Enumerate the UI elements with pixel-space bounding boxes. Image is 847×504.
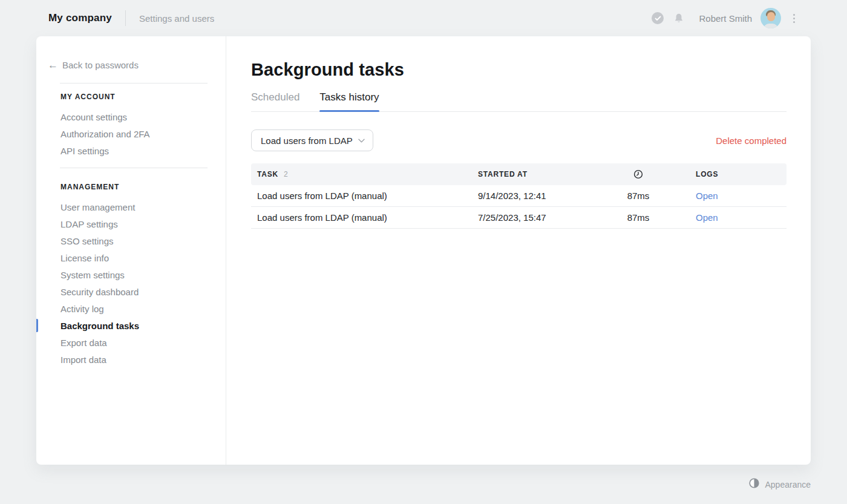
status-check-icon[interactable] <box>652 12 664 24</box>
active-indicator <box>36 319 38 332</box>
sidebar-item-label: Import data <box>60 355 106 365</box>
avatar-shirt <box>764 24 778 28</box>
settings-card: ← Back to passwords MY ACCOUNT Account s… <box>36 36 811 465</box>
task-duration: 87ms <box>611 212 666 223</box>
sidebar-item-label: Account settings <box>60 112 127 122</box>
avatar-face <box>767 12 775 21</box>
appearance-half-circle-icon <box>749 478 759 491</box>
user-avatar[interactable] <box>760 8 781 28</box>
task-started-at: 9/14/2023, 12:41 <box>478 191 611 201</box>
sidebar-item-security-dashboard[interactable]: Security dashboard <box>36 283 226 300</box>
table-row: Load users from LDAP (manual) 7/25/2023,… <box>251 207 786 229</box>
task-name: Load users from LDAP (manual) <box>251 212 478 223</box>
page-title: Background tasks <box>251 60 786 80</box>
sidebar-divider <box>60 83 208 83</box>
section-title-management: MANAGEMENT <box>60 183 226 191</box>
sidebar-item-user-management[interactable]: User management <box>36 198 226 215</box>
topbar-divider <box>125 10 126 26</box>
sidebar-item-label: API settings <box>60 146 109 156</box>
sidebar-item-activity-log[interactable]: Activity log <box>36 300 226 317</box>
topbar-subtitle: Settings and users <box>139 13 214 24</box>
sidebar-item-label: System settings <box>60 270 125 280</box>
task-duration: 87ms <box>611 191 666 201</box>
sidebar-item-label: SSO settings <box>60 236 114 246</box>
toolbar: Load users from LDAP Delete completed <box>251 129 786 151</box>
sidebar-item-label: Background tasks <box>60 321 139 331</box>
appearance-toggle[interactable]: Appearance <box>749 478 811 491</box>
main-content: Background tasks Scheduled Tasks history… <box>226 36 811 465</box>
back-to-passwords-link[interactable]: ← Back to passwords <box>36 59 226 71</box>
sidebar: ← Back to passwords MY ACCOUNT Account s… <box>36 36 226 465</box>
column-started-at: STARTED AT <box>478 170 611 178</box>
top-bar: My company Settings and users Robert Smi… <box>0 0 847 36</box>
sidebar-item-account-settings[interactable]: Account settings <box>36 108 226 125</box>
sidebar-item-label: User management <box>60 202 135 212</box>
section-title-my-account: MY ACCOUNT <box>60 93 226 101</box>
sidebar-item-system-settings[interactable]: System settings <box>36 266 226 283</box>
sidebar-item-import-data[interactable]: Import data <box>36 351 226 368</box>
sidebar-item-authorization-2fa[interactable]: Authorization and 2FA <box>36 125 226 142</box>
tabs-bar: Scheduled Tasks history <box>251 91 786 112</box>
task-filter-dropdown[interactable]: Load users from LDAP <box>251 129 373 151</box>
delete-completed-button[interactable]: Delete completed <box>716 136 786 146</box>
sidebar-item-background-tasks[interactable]: Background tasks <box>36 317 226 334</box>
sidebar-item-label: Export data <box>60 338 107 348</box>
open-logs-link[interactable]: Open <box>696 212 718 223</box>
user-name: Robert Smith <box>699 13 752 24</box>
clock-icon <box>633 169 643 178</box>
my-account-nav: Account settings Authorization and 2FA A… <box>36 108 226 159</box>
task-filter-value: Load users from LDAP <box>261 136 353 146</box>
sidebar-divider <box>60 168 208 168</box>
management-nav: User management LDAP settings SSO settin… <box>36 198 226 368</box>
sidebar-item-ldap-settings[interactable]: LDAP settings <box>36 215 226 232</box>
tab-tasks-history[interactable]: Tasks history <box>319 91 379 111</box>
column-duration <box>611 169 666 179</box>
sidebar-item-license-info[interactable]: License info <box>36 249 226 266</box>
task-started-at: 7/25/2023, 15:47 <box>478 212 611 223</box>
table-header-row: TASK 2 STARTED AT LOGS <box>251 163 786 185</box>
sidebar-item-api-settings[interactable]: API settings <box>36 142 226 159</box>
column-logs: LOGS <box>666 170 786 178</box>
brand-name: My company <box>48 12 112 24</box>
sidebar-item-label: License info <box>60 253 109 263</box>
sidebar-item-export-data[interactable]: Export data <box>36 334 226 351</box>
sidebar-item-label: LDAP settings <box>60 219 118 229</box>
task-count-badge: 2 <box>284 170 288 178</box>
appearance-label: Appearance <box>765 480 811 489</box>
task-name: Load users from LDAP (manual) <box>251 191 478 201</box>
sidebar-item-label: Authorization and 2FA <box>60 129 150 139</box>
bell-icon[interactable] <box>673 13 684 24</box>
kebab-menu-icon[interactable] <box>791 11 797 25</box>
table-row: Load users from LDAP (manual) 9/14/2023,… <box>251 185 786 207</box>
chevron-down-icon <box>358 139 365 143</box>
back-arrow-icon: ← <box>48 60 58 70</box>
sidebar-item-label: Security dashboard <box>60 287 139 297</box>
sidebar-item-label: Activity log <box>60 304 104 314</box>
tab-scheduled[interactable]: Scheduled <box>251 91 299 111</box>
sidebar-item-sso-settings[interactable]: SSO settings <box>36 232 226 249</box>
page-footer: Appearance <box>0 465 847 504</box>
column-task: TASK <box>257 170 278 178</box>
back-label: Back to passwords <box>62 60 139 70</box>
open-logs-link[interactable]: Open <box>696 191 718 201</box>
tasks-table: TASK 2 STARTED AT LOGS Load users from L… <box>251 163 786 229</box>
